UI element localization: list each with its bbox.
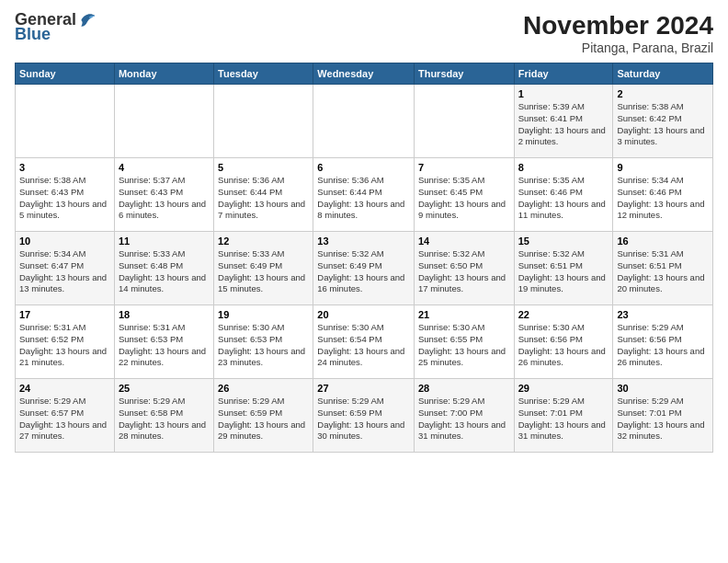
calendar-cell: 27Sunrise: 5:29 AM Sunset: 6:59 PM Dayli… — [313, 379, 415, 453]
day-number: 6 — [317, 162, 410, 173]
day-number: 7 — [418, 162, 510, 173]
day-number: 17 — [19, 309, 110, 320]
week-row-4: 24Sunrise: 5:29 AM Sunset: 6:57 PM Dayli… — [16, 379, 713, 453]
location: Pitanga, Parana, Brazil — [523, 40, 713, 55]
col-tuesday: Tuesday — [214, 63, 313, 85]
logo: General Blue — [15, 11, 97, 44]
day-number: 20 — [317, 309, 410, 320]
calendar-cell: 13Sunrise: 5:32 AM Sunset: 6:49 PM Dayli… — [313, 232, 415, 305]
day-number: 24 — [19, 383, 110, 394]
week-row-2: 10Sunrise: 5:34 AM Sunset: 6:47 PM Dayli… — [16, 232, 713, 305]
day-number: 30 — [617, 383, 709, 394]
day-number: 1 — [518, 88, 609, 99]
day-info: Sunrise: 5:33 AM Sunset: 6:48 PM Dayligh… — [119, 248, 210, 295]
day-info: Sunrise: 5:29 AM Sunset: 6:57 PM Dayligh… — [19, 396, 110, 442]
day-number: 28 — [418, 383, 510, 394]
month-title: November 2024 — [523, 11, 713, 40]
day-info: Sunrise: 5:31 AM Sunset: 6:52 PM Dayligh… — [19, 322, 110, 369]
calendar-cell — [313, 85, 415, 158]
week-row-1: 3Sunrise: 5:38 AM Sunset: 6:43 PM Daylig… — [16, 158, 713, 232]
calendar-cell: 29Sunrise: 5:29 AM Sunset: 7:01 PM Dayli… — [514, 379, 613, 453]
calendar-cell — [414, 85, 514, 158]
calendar: Sunday Monday Tuesday Wednesday Thursday… — [15, 63, 713, 453]
day-info: Sunrise: 5:35 AM Sunset: 6:46 PM Dayligh… — [518, 175, 609, 222]
day-number: 26 — [218, 383, 309, 394]
day-number: 21 — [418, 309, 510, 320]
week-row-3: 17Sunrise: 5:31 AM Sunset: 6:52 PM Dayli… — [16, 305, 713, 379]
day-number: 10 — [19, 236, 110, 247]
calendar-cell: 19Sunrise: 5:30 AM Sunset: 6:53 PM Dayli… — [214, 305, 313, 379]
day-info: Sunrise: 5:32 AM Sunset: 6:50 PM Dayligh… — [418, 248, 510, 295]
calendar-cell: 17Sunrise: 5:31 AM Sunset: 6:52 PM Dayli… — [16, 305, 115, 379]
day-info: Sunrise: 5:30 AM Sunset: 6:53 PM Dayligh… — [218, 322, 309, 369]
calendar-cell: 22Sunrise: 5:30 AM Sunset: 6:56 PM Dayli… — [514, 305, 613, 379]
day-info: Sunrise: 5:30 AM Sunset: 6:55 PM Dayligh… — [418, 322, 510, 369]
col-friday: Friday — [514, 63, 613, 85]
day-number: 25 — [119, 383, 210, 394]
day-number: 15 — [518, 236, 609, 247]
calendar-cell: 1Sunrise: 5:39 AM Sunset: 6:41 PM Daylig… — [514, 85, 613, 158]
calendar-cell: 8Sunrise: 5:35 AM Sunset: 6:46 PM Daylig… — [514, 158, 613, 232]
day-number: 18 — [119, 309, 210, 320]
day-info: Sunrise: 5:29 AM Sunset: 7:01 PM Dayligh… — [518, 396, 609, 442]
day-number: 16 — [617, 236, 709, 247]
day-info: Sunrise: 5:38 AM Sunset: 6:43 PM Dayligh… — [19, 175, 110, 222]
day-number: 9 — [617, 162, 709, 173]
title-section: November 2024 Pitanga, Parana, Brazil — [523, 11, 713, 55]
calendar-cell: 15Sunrise: 5:32 AM Sunset: 6:51 PM Dayli… — [514, 232, 613, 305]
day-number: 5 — [218, 162, 309, 173]
calendar-cell: 24Sunrise: 5:29 AM Sunset: 6:57 PM Dayli… — [16, 379, 115, 453]
calendar-cell: 20Sunrise: 5:30 AM Sunset: 6:54 PM Dayli… — [313, 305, 415, 379]
day-info: Sunrise: 5:38 AM Sunset: 6:42 PM Dayligh… — [617, 101, 709, 148]
calendar-cell: 6Sunrise: 5:36 AM Sunset: 6:44 PM Daylig… — [313, 158, 415, 232]
calendar-cell: 9Sunrise: 5:34 AM Sunset: 6:46 PM Daylig… — [613, 158, 713, 232]
calendar-cell: 21Sunrise: 5:30 AM Sunset: 6:55 PM Dayli… — [414, 305, 514, 379]
page: General Blue November 2024 Pitanga, Para… — [0, 0, 728, 464]
day-info: Sunrise: 5:30 AM Sunset: 6:54 PM Dayligh… — [317, 322, 410, 369]
week-row-0: 1Sunrise: 5:39 AM Sunset: 6:41 PM Daylig… — [16, 85, 713, 158]
calendar-cell: 5Sunrise: 5:36 AM Sunset: 6:44 PM Daylig… — [214, 158, 313, 232]
day-info: Sunrise: 5:29 AM Sunset: 7:00 PM Dayligh… — [418, 396, 510, 442]
day-info: Sunrise: 5:31 AM Sunset: 6:53 PM Dayligh… — [119, 322, 210, 369]
calendar-cell: 23Sunrise: 5:29 AM Sunset: 6:56 PM Dayli… — [613, 305, 713, 379]
day-info: Sunrise: 5:29 AM Sunset: 6:56 PM Dayligh… — [617, 322, 709, 369]
day-info: Sunrise: 5:32 AM Sunset: 6:49 PM Dayligh… — [317, 248, 410, 295]
day-info: Sunrise: 5:30 AM Sunset: 6:56 PM Dayligh… — [518, 322, 609, 369]
calendar-cell: 25Sunrise: 5:29 AM Sunset: 6:58 PM Dayli… — [114, 379, 213, 453]
col-saturday: Saturday — [613, 63, 713, 85]
calendar-cell: 30Sunrise: 5:29 AM Sunset: 7:01 PM Dayli… — [613, 379, 713, 453]
day-info: Sunrise: 5:35 AM Sunset: 6:45 PM Dayligh… — [418, 175, 510, 222]
weekday-row: Sunday Monday Tuesday Wednesday Thursday… — [16, 63, 713, 85]
day-info: Sunrise: 5:39 AM Sunset: 6:41 PM Dayligh… — [518, 101, 609, 148]
day-number: 3 — [19, 162, 110, 173]
day-number: 11 — [119, 236, 210, 247]
calendar-cell: 18Sunrise: 5:31 AM Sunset: 6:53 PM Dayli… — [114, 305, 213, 379]
day-info: Sunrise: 5:31 AM Sunset: 6:51 PM Dayligh… — [617, 248, 709, 295]
col-wednesday: Wednesday — [313, 63, 415, 85]
day-info: Sunrise: 5:37 AM Sunset: 6:43 PM Dayligh… — [119, 175, 210, 222]
day-number: 29 — [518, 383, 609, 394]
calendar-cell: 3Sunrise: 5:38 AM Sunset: 6:43 PM Daylig… — [16, 158, 115, 232]
day-info: Sunrise: 5:34 AM Sunset: 6:46 PM Dayligh… — [617, 175, 709, 222]
day-info: Sunrise: 5:32 AM Sunset: 6:51 PM Dayligh… — [518, 248, 609, 295]
day-info: Sunrise: 5:29 AM Sunset: 6:59 PM Dayligh… — [317, 396, 410, 442]
day-number: 23 — [617, 309, 709, 320]
day-info: Sunrise: 5:29 AM Sunset: 6:59 PM Dayligh… — [218, 396, 309, 442]
day-number: 2 — [617, 88, 709, 99]
day-info: Sunrise: 5:36 AM Sunset: 6:44 PM Dayligh… — [218, 175, 309, 222]
day-number: 8 — [518, 162, 609, 173]
calendar-cell: 7Sunrise: 5:35 AM Sunset: 6:45 PM Daylig… — [414, 158, 514, 232]
col-sunday: Sunday — [16, 63, 115, 85]
logo-bird-icon — [78, 11, 97, 29]
calendar-cell: 14Sunrise: 5:32 AM Sunset: 6:50 PM Dayli… — [414, 232, 514, 305]
calendar-cell — [214, 85, 313, 158]
day-info: Sunrise: 5:29 AM Sunset: 6:58 PM Dayligh… — [119, 396, 210, 442]
day-info: Sunrise: 5:34 AM Sunset: 6:47 PM Dayligh… — [19, 248, 110, 295]
calendar-cell — [16, 85, 115, 158]
day-number: 14 — [418, 236, 510, 247]
calendar-body: 1Sunrise: 5:39 AM Sunset: 6:41 PM Daylig… — [16, 85, 713, 453]
day-number: 12 — [218, 236, 309, 247]
header: General Blue November 2024 Pitanga, Para… — [15, 11, 713, 55]
day-number: 4 — [119, 162, 210, 173]
calendar-cell: 12Sunrise: 5:33 AM Sunset: 6:49 PM Dayli… — [214, 232, 313, 305]
